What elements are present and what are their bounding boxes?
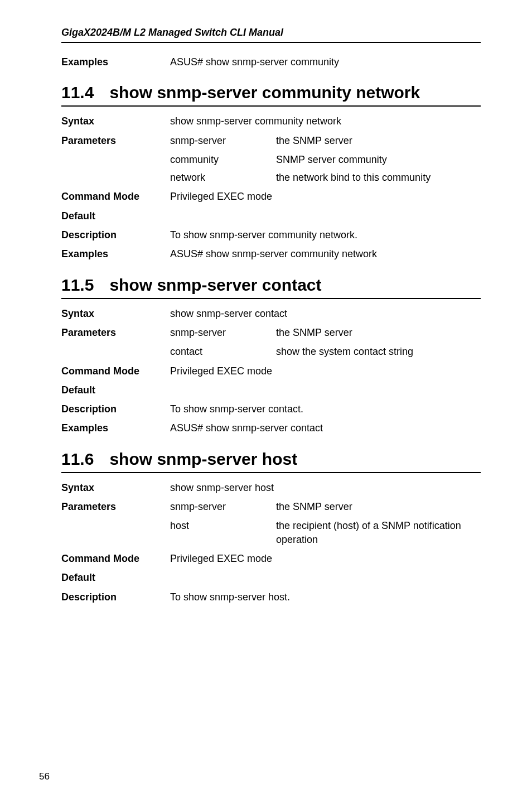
default-label: Default (61, 209, 170, 223)
page-number: 56 (39, 771, 50, 782)
param-name: host (170, 519, 276, 532)
section-title: show snmp-server contact (109, 276, 321, 295)
parameters-row: network the network bind to this communi… (61, 171, 481, 184)
command-mode-value: Privileged EXEC mode (170, 364, 481, 378)
parameters-label: Parameters (61, 500, 170, 513)
running-header: GigaX2024B/M L2 Managed Switch CLI Manua… (61, 27, 481, 43)
parameters-row: community SNMP server community (61, 153, 481, 166)
command-mode-value: Privileged EXEC mode (170, 190, 481, 203)
param-name: snmp-server (170, 500, 276, 513)
syntax-value: show snmp-server contact (170, 307, 481, 320)
syntax-value: show snmp-server community network (170, 114, 481, 128)
syntax-value: show snmp-server host (170, 481, 481, 494)
parameters-row: contact show the system contact string (61, 345, 481, 358)
syntax-row: Syntax show snmp-server host (61, 481, 481, 494)
default-label: Default (61, 571, 170, 584)
section-number: 11.4 (61, 83, 94, 102)
examples-row: Examples ASUS# show snmp-server contact (61, 421, 481, 435)
command-mode-label: Command Mode (61, 190, 170, 203)
syntax-label: Syntax (61, 481, 170, 494)
param-name: snmp-server (170, 134, 276, 147)
section-number: 11.6 (61, 450, 94, 469)
description-value: To show snmp-server community network. (170, 228, 481, 242)
section-heading-11-5: 11.5 show snmp-server contact (61, 276, 481, 299)
syntax-row: Syntax show snmp-server community networ… (61, 114, 481, 128)
section-title: show snmp-server host (109, 450, 297, 469)
parameters-label: Parameters (61, 134, 170, 147)
parameters-row: Parameters snmp-server the SNMP server (61, 326, 481, 339)
section-heading-11-4: 11.4 show snmp-server community network (61, 83, 481, 107)
description-value: To show snmp-server host. (170, 590, 481, 604)
param-name: community (170, 153, 276, 166)
default-row: Default (61, 383, 481, 397)
description-label: Description (61, 402, 170, 416)
command-mode-row: Command Mode Privileged EXEC mode (61, 190, 481, 203)
param-name: snmp-server (170, 326, 276, 339)
parameters-row: Parameters snmp-server the SNMP server (61, 500, 481, 513)
description-label: Description (61, 590, 170, 604)
examples-value: ASUS# show snmp-server contact (170, 421, 481, 435)
param-desc: the network bind to this community (276, 171, 481, 184)
section-title: show snmp-server community network (109, 83, 420, 102)
examples-label: Examples (61, 55, 170, 69)
command-mode-label: Command Mode (61, 364, 170, 378)
parameters-row: host the recipient (host) of a SNMP noti… (61, 519, 481, 546)
default-row: Default (61, 209, 481, 223)
param-name: network (170, 171, 276, 184)
command-mode-row: Command Mode Privileged EXEC mode (61, 552, 481, 565)
command-mode-value: Privileged EXEC mode (170, 552, 481, 565)
param-desc: SNMP server community (276, 153, 481, 166)
param-desc: show the system contact string (276, 345, 481, 358)
description-row: Description To show snmp-server contact. (61, 402, 481, 416)
param-name: contact (170, 345, 276, 358)
description-row: Description To show snmp-server communit… (61, 228, 481, 242)
examples-row: Examples ASUS# show snmp-server communit… (61, 247, 481, 261)
parameters-label: Parameters (61, 326, 170, 339)
syntax-label: Syntax (61, 114, 170, 128)
default-row: Default (61, 571, 481, 584)
command-mode-label: Command Mode (61, 552, 170, 565)
page: GigaX2024B/M L2 Managed Switch CLI Manua… (0, 0, 532, 799)
description-value: To show snmp-server contact. (170, 402, 481, 416)
syntax-label: Syntax (61, 307, 170, 320)
examples-label: Examples (61, 421, 170, 435)
description-row: Description To show snmp-server host. (61, 590, 481, 604)
section-number: 11.5 (61, 276, 94, 295)
param-desc: the SNMP server (276, 134, 481, 147)
examples-label: Examples (61, 247, 170, 261)
description-label: Description (61, 228, 170, 242)
param-desc: the recipient (host) of a SNMP notificat… (276, 519, 481, 546)
parameters-row: Parameters snmp-server the SNMP server (61, 134, 481, 147)
section-heading-11-6: 11.6 show snmp-server host (61, 450, 481, 473)
examples-value: ASUS# show snmp-server community (170, 55, 481, 69)
param-desc: the SNMP server (276, 326, 481, 339)
examples-row: Examples ASUS# show snmp-server communit… (61, 55, 481, 69)
syntax-row: Syntax show snmp-server contact (61, 307, 481, 320)
default-label: Default (61, 383, 170, 397)
command-mode-row: Command Mode Privileged EXEC mode (61, 364, 481, 378)
param-desc: the SNMP server (276, 500, 481, 513)
examples-value: ASUS# show snmp-server community network (170, 247, 481, 261)
